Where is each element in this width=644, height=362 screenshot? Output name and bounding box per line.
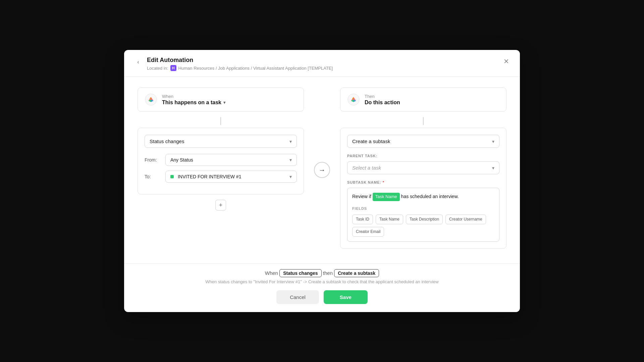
modal-title: Edit Automation <box>147 57 333 64</box>
summary-when: When <box>265 270 278 276</box>
modal-title-block: Edit Automation Located in: H Human Reso… <box>147 57 333 71</box>
then-card-content: Then Do this action <box>365 94 400 106</box>
right-connector <box>340 117 506 125</box>
to-label: To: <box>145 174 161 179</box>
field-tag-task-name[interactable]: Task Name <box>376 215 403 224</box>
modal-subtitle: Located in: H Human Resources / Job Appl… <box>147 65 333 71</box>
field-tags: Task ID Task Name Task Description Creat… <box>352 215 494 237</box>
then-label: Then <box>365 94 400 99</box>
to-status-dropdown[interactable]: INVITED FOR INTERVIEW #1 ▾ <box>165 171 297 183</box>
from-status-value: Any Status <box>170 157 193 163</box>
from-status-dropdown[interactable]: Any Status ▾ <box>165 154 297 166</box>
panels-wrapper: When This happens on a task ▾ <box>138 87 506 253</box>
when-card-content: When This happens on a task ▾ <box>162 94 225 106</box>
field-tag-task-description[interactable]: Task Description <box>406 215 443 224</box>
create-subtask-dropdown[interactable]: Create a subtask ▾ <box>347 135 499 148</box>
from-status-chevron-icon: ▾ <box>289 157 292 163</box>
then-card: Then Do this action <box>340 87 506 112</box>
header-left: ‹ Edit Automation Located in: H Human Re… <box>133 57 333 71</box>
connector-dot <box>220 117 221 125</box>
when-subtitle: This happens on a task <box>162 100 221 106</box>
edit-automation-modal: ‹ Edit Automation Located in: H Human Re… <box>124 50 520 312</box>
arrow-icon: → <box>319 166 325 174</box>
from-label: From: <box>145 157 161 163</box>
modal-footer: When Status changes then Create a subtas… <box>124 263 520 312</box>
footer-buttons: Cancel Save <box>138 290 506 304</box>
add-condition-section: + <box>138 200 304 210</box>
subtask-name-box[interactable]: Review if Task Name has scheduled an int… <box>347 188 499 242</box>
summary-action-badge: Create a subtask <box>334 269 379 277</box>
status-changes-dropdown[interactable]: Status changes ▾ <box>145 135 297 148</box>
required-marker: * <box>383 180 384 184</box>
field-tag-creator-email[interactable]: Creator Email <box>352 227 384 237</box>
right-panel: Then Do this action Create a subt <box>333 87 506 253</box>
from-row: From: Any Status ▾ <box>145 154 297 166</box>
task-name-tag[interactable]: Task Name <box>373 193 400 201</box>
back-button[interactable]: ‹ <box>133 57 143 67</box>
to-status-value: INVITED FOR INTERVIEW #1 <box>178 174 241 179</box>
subtask-name-label: SUBTASK NAME: * <box>347 180 499 184</box>
workspace-badge: H <box>170 65 176 71</box>
action-value: Create a subtask <box>352 138 390 144</box>
left-panel: When This happens on a task ▾ <box>138 87 311 210</box>
when-label: When <box>162 94 225 99</box>
when-card: When This happens on a task ▾ <box>138 87 304 112</box>
parent-task-chevron-icon: ▾ <box>492 165 494 171</box>
subtask-text-suffix: has scheduled an interview. <box>401 194 459 199</box>
parent-task-dropdown[interactable]: Select a task ▾ <box>347 161 499 174</box>
action-card: Create a subtask ▾ PARENT TASK: Select a… <box>340 128 506 249</box>
arrow-connector: → <box>311 162 333 178</box>
modal-header: ‹ Edit Automation Located in: H Human Re… <box>124 50 520 77</box>
modal-body: When This happens on a task ▾ <box>124 77 520 263</box>
summary-line1: When Status changes then Create a subtas… <box>138 269 506 277</box>
clickup-logo-then <box>347 93 360 106</box>
subtitle-path: Human Resources / Job Applications / Vir… <box>178 66 333 71</box>
summary-status-badge: Status changes <box>279 269 321 277</box>
modal-overlay: ‹ Edit Automation Located in: H Human Re… <box>0 0 644 362</box>
arrow-circle: → <box>314 162 330 178</box>
subtitle-prefix: Located in: <box>147 66 168 71</box>
save-button[interactable]: Save <box>324 290 368 304</box>
close-button[interactable]: ✕ <box>502 57 511 66</box>
field-tag-creator-username[interactable]: Creator Username <box>445 215 486 224</box>
fields-section: FIELDS Task ID Task Name Task Descriptio… <box>352 206 494 237</box>
action-chevron-icon: ▾ <box>492 139 494 144</box>
when-chevron-icon: ▾ <box>223 100 225 105</box>
subtask-text-prefix: Review if <box>352 194 371 199</box>
summary-description: When status changes to "Invited For Inte… <box>138 279 506 284</box>
condition-card: Status changes ▾ From: Any Status ▾ To: <box>138 128 304 194</box>
field-tag-task-id[interactable]: Task ID <box>352 215 373 224</box>
to-status-dot: INVITED FOR INTERVIEW #1 <box>170 174 241 179</box>
then-action-label: Do this action <box>365 100 400 106</box>
parent-task-label: PARENT TASK: <box>347 154 499 158</box>
summary-then: then <box>323 270 333 276</box>
cancel-button[interactable]: Cancel <box>276 290 319 304</box>
clickup-logo-when <box>145 93 157 106</box>
then-subtitle: Do this action <box>365 100 400 106</box>
parent-task-placeholder: Select a task <box>352 165 381 171</box>
status-changes-value: Status changes <box>150 138 184 144</box>
to-status-chevron-icon: ▾ <box>289 174 292 179</box>
left-connector <box>138 117 304 125</box>
add-condition-button[interactable]: + <box>215 200 226 210</box>
status-changes-chevron-icon: ▾ <box>289 139 292 144</box>
automation-summary: When Status changes then Create a subtas… <box>138 269 506 284</box>
fields-label: FIELDS <box>352 206 494 212</box>
when-trigger-select[interactable]: This happens on a task ▾ <box>162 100 225 106</box>
right-connector-dot <box>423 117 424 125</box>
to-row: To: INVITED FOR INTERVIEW #1 ▾ <box>145 171 297 183</box>
